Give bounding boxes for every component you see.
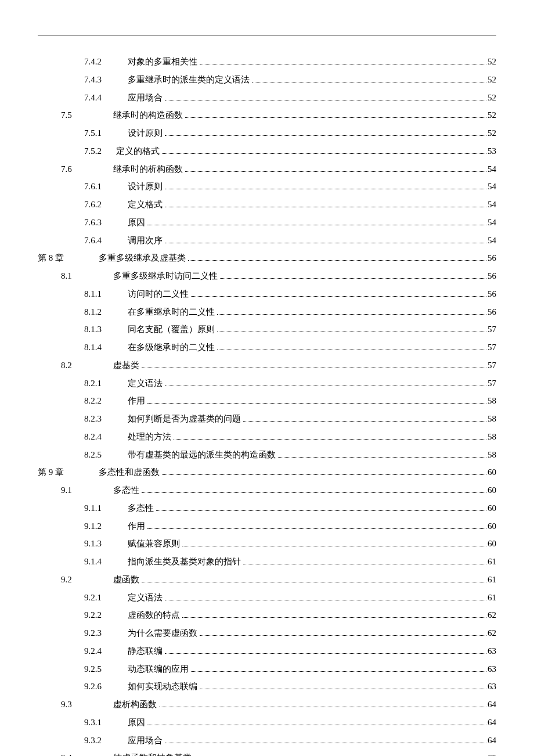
- toc-leader-dots: [147, 528, 486, 529]
- toc-entry-label: 9.1: [61, 481, 93, 499]
- toc-leader-dots: [185, 171, 486, 172]
- toc-entry-title: 继承时的构造函数: [113, 106, 183, 124]
- toc-leader-dots: [243, 421, 486, 422]
- toc-entry[interactable]: 7.6继承时的析构函数54: [38, 160, 496, 178]
- toc-entry-page: 60: [488, 535, 496, 553]
- toc-entry[interactable]: 8.1.1访问时的二义性56: [38, 285, 496, 303]
- toc-entry-page: 63: [488, 642, 496, 660]
- toc-entry-title: 处理的方法: [128, 428, 171, 446]
- toc-entry[interactable]: 第 9 章多态性和虚函数60: [38, 463, 496, 481]
- toc-entry[interactable]: 7.4.3多重继承时的派生类的定义语法52: [38, 71, 496, 89]
- toc-entry-title: 在多级继承时的二义性: [128, 339, 215, 357]
- toc-entry[interactable]: 8.1.2在多重继承时的二义性56: [38, 303, 496, 321]
- toc-entry[interactable]: 7.5继承时的构造函数52: [38, 106, 496, 124]
- toc-entry[interactable]: 8.2.3如何判断是否为虚基类的问题58: [38, 410, 496, 428]
- toc-entry-page: 61: [488, 589, 496, 607]
- toc-leader-dots: [165, 600, 486, 600]
- toc-entry-page: 60: [488, 463, 496, 481]
- toc-entry[interactable]: 9.2.6如何实现动态联编63: [38, 678, 496, 696]
- toc-entry-label: 7.5: [61, 106, 93, 124]
- toc-entry-title: 纯虚函数和抽象基类: [113, 749, 192, 756]
- toc-entry[interactable]: 9.2.4静态联编63: [38, 642, 496, 660]
- toc-entry-title: 多态性: [113, 481, 139, 499]
- toc-leader-dots: [162, 474, 486, 475]
- toc-entry-title: 指向派生类及基类对象的指针: [128, 553, 241, 571]
- toc-entry-title: 虚函数的特点: [128, 606, 180, 624]
- toc-entry-title: 作用: [128, 392, 145, 410]
- toc-leader-dots: [252, 82, 486, 82]
- toc-entry[interactable]: 8.2.1定义语法57: [38, 375, 496, 393]
- toc-entry-page: 57: [488, 339, 496, 357]
- toc-entry-label: 9.2: [61, 571, 93, 589]
- toc-entry[interactable]: 7.4.2对象的多重相关性52: [38, 53, 496, 71]
- toc-entry-label: 9.2.5: [84, 660, 116, 678]
- toc-entry[interactable]: 9.1.1多态性60: [38, 499, 496, 517]
- toc-entry-title: 如何判断是否为虚基类的问题: [128, 410, 241, 428]
- toc-page: 7.4.2对象的多重相关性527.4.3多重继承时的派生类的定义语法527.4.…: [0, 0, 534, 756]
- toc-entry[interactable]: 8.1.4在多级继承时的二义性57: [38, 339, 496, 357]
- toc-entry[interactable]: 7.6.1设计原则54: [38, 178, 496, 196]
- toc-entry-page: 61: [488, 553, 496, 571]
- toc-entry[interactable]: 8.2.5带有虚基类的最远的派生类的构造函数58: [38, 446, 496, 464]
- toc-entry-page: 52: [488, 124, 496, 142]
- toc-entry-page: 62: [488, 624, 496, 642]
- toc-entry-label: 9.2.2: [84, 606, 116, 624]
- toc-entry-label: 9.1.3: [84, 535, 116, 553]
- toc-entry[interactable]: 7.6.3原因54: [38, 214, 496, 232]
- toc-entry-label: 9.1.4: [84, 553, 116, 571]
- toc-entry[interactable]: 9.3虚析构函数64: [38, 696, 496, 714]
- toc-entry[interactable]: 8.2虚基类57: [38, 357, 496, 375]
- toc-entry-label: 9.2.3: [84, 624, 116, 642]
- toc-entry[interactable]: 9.3.1原因64: [38, 714, 496, 732]
- toc-leader-dots: [156, 510, 486, 511]
- toc-entry[interactable]: 9.2.1定义语法61: [38, 589, 496, 607]
- toc-entry-page: 64: [488, 714, 496, 732]
- toc-entry-page: 58: [488, 428, 496, 446]
- table-of-contents: 7.4.2对象的多重相关性527.4.3多重继承时的派生类的定义语法527.4.…: [38, 53, 496, 756]
- toc-entry[interactable]: 8.2.4处理的方法58: [38, 428, 496, 446]
- toc-entry[interactable]: 9.1.3赋值兼容原则60: [38, 535, 496, 553]
- toc-leader-dots: [217, 350, 486, 350]
- toc-entry[interactable]: 7.4.4应用场合52: [38, 89, 496, 107]
- toc-entry-title: 设计原则: [128, 178, 163, 196]
- toc-entry[interactable]: 8.2.2作用58: [38, 392, 496, 410]
- toc-entry-title: 定义格式: [128, 196, 163, 214]
- toc-entry[interactable]: 9.1多态性60: [38, 481, 496, 499]
- toc-entry-label: 7.6.4: [84, 232, 116, 250]
- toc-entry-title: 虚基类: [113, 357, 139, 375]
- header-rule: [38, 35, 496, 35]
- toc-entry[interactable]: 7.6.4调用次序54: [38, 232, 496, 250]
- toc-entry-title: 多重继承时的派生类的定义语法: [128, 71, 250, 89]
- toc-entry[interactable]: 8.1多重多级继承时访问二义性56: [38, 267, 496, 285]
- toc-entry-page: 53: [488, 142, 496, 160]
- toc-entry-title: 同名支配（覆盖）原则: [128, 321, 215, 339]
- toc-leader-dots: [159, 707, 486, 707]
- toc-entry-label: 7.4.3: [84, 71, 116, 89]
- toc-entry[interactable]: 8.1.3同名支配（覆盖）原则57: [38, 321, 496, 339]
- toc-entry[interactable]: 9.2.5动态联编的应用63: [38, 660, 496, 678]
- toc-entry-page: 64: [488, 732, 496, 750]
- toc-leader-dots: [147, 725, 486, 725]
- toc-entry[interactable]: 9.2虚函数61: [38, 571, 496, 589]
- toc-entry-label: 8.2.4: [84, 428, 116, 446]
- toc-entry-title: 多重多级继承时访问二义性: [113, 267, 218, 285]
- toc-entry[interactable]: 9.4纯虚函数和抽象基类65: [38, 749, 496, 756]
- toc-entry[interactable]: 第 8 章多重多级继承及虚基类56: [38, 249, 496, 267]
- toc-leader-dots: [217, 332, 486, 332]
- toc-leader-dots: [165, 135, 486, 136]
- toc-leader-dots: [182, 546, 486, 546]
- toc-entry-title: 多态性: [128, 499, 154, 517]
- toc-entry[interactable]: 9.1.2作用60: [38, 517, 496, 535]
- toc-entry[interactable]: 9.2.3为什么需要虚函数62: [38, 624, 496, 642]
- toc-entry-title: 调用次序: [128, 232, 163, 250]
- toc-leader-dots: [142, 492, 486, 493]
- toc-entry[interactable]: 9.3.2应用场合64: [38, 732, 496, 750]
- toc-entry-label: 9.3: [61, 696, 93, 714]
- toc-entry[interactable]: 7.6.2定义格式54: [38, 196, 496, 214]
- toc-leader-dots: [142, 582, 486, 582]
- toc-entry[interactable]: 9.1.4指向派生类及基类对象的指针61: [38, 553, 496, 571]
- toc-entry[interactable]: 9.2.2虚函数的特点62: [38, 606, 496, 624]
- toc-leader-dots: [165, 100, 486, 100]
- toc-entry[interactable]: 7.5.2 定义的格式53: [38, 142, 496, 160]
- toc-entry[interactable]: 7.5.1设计原则52: [38, 124, 496, 142]
